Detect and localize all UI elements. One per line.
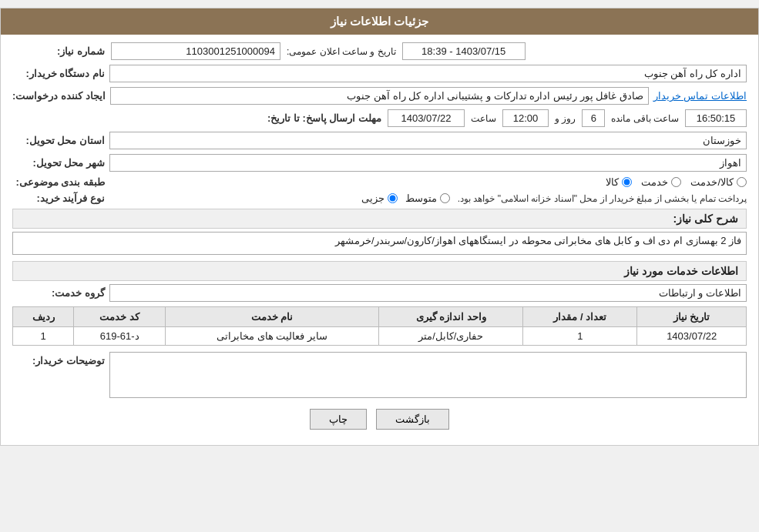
creator-link[interactable]: اطلاعات تماس خریدار [653, 90, 747, 102]
buyer-notes-label: توضیحات خریدار: [12, 352, 105, 366]
cell-service-code: د-61-619 [74, 327, 165, 346]
process-partial-item[interactable]: جزیی [361, 192, 398, 204]
back-button[interactable]: بازگشت [376, 409, 449, 430]
process-note: پرداخت تمام یا بخشی از مبلغ خریدار از مح… [458, 193, 747, 204]
page-title: جزئیات اطلاعات نیاز [331, 15, 428, 28]
content-area: 1403/07/15 - 18:39 تاریخ و ساعت اعلان عم… [1, 35, 758, 445]
buyer-station-value: اداره کل راه آهن جنوب [109, 65, 747, 82]
province-value: خوزستان [109, 132, 747, 149]
service-group-value: اطلاعات و ارتباطات [109, 284, 747, 302]
services-section-title: اطلاعات خدمات مورد نیاز [624, 265, 738, 277]
category-service-radio[interactable] [671, 177, 681, 187]
col-quantity: تعداد / مقدار [523, 307, 637, 327]
province-row: خوزستان استان محل تحویل: [12, 132, 747, 149]
deadline-days: 6 [582, 109, 605, 127]
deadline-label: مهلت ارسال پاسخ: تا تاریخ: [266, 112, 381, 124]
col-service-code: کد خدمت [74, 307, 165, 327]
category-goods-service-label: کالا/خدمت [690, 176, 734, 188]
deadline-remaining: 16:50:15 [685, 109, 747, 127]
province-label: استان محل تحویل: [12, 135, 105, 146]
category-goods-radio[interactable] [622, 177, 632, 187]
category-goods-service-item[interactable]: کالا/خدمت [690, 176, 747, 188]
buyer-station-row: اداره کل راه آهن جنوب نام دستگاه خریدار: [12, 65, 747, 82]
deadline-date: 1403/07/22 [388, 109, 465, 127]
process-medium-radio[interactable] [440, 193, 450, 203]
process-group: پرداخت تمام یا بخشی از مبلغ خریدار از مح… [109, 192, 747, 204]
print-button[interactable]: چاپ [310, 409, 367, 430]
city-row: اهواز شهر محل تحویل: [12, 154, 747, 172]
cell-row-num: 1 [13, 327, 74, 346]
process-partial-radio[interactable] [388, 193, 398, 203]
process-medium-item[interactable]: متوسط [405, 192, 450, 204]
service-table: تاریخ نیاز تعداد / مقدار واحد اندازه گیر… [12, 306, 747, 346]
service-group-label: گروه خدمت: [12, 287, 105, 299]
deadline-row: 16:50:15 ساعت باقی مانده 6 روز و 12:00 س… [12, 109, 747, 127]
category-label: طبقه بندی موضوعی: [12, 176, 105, 188]
deadline-time-label: ساعت [471, 113, 496, 124]
process-label: نوع فرآیند خرید: [12, 192, 105, 204]
category-service-item[interactable]: خدمت [641, 176, 681, 188]
services-section-header: اطلاعات خدمات مورد نیاز [12, 261, 747, 281]
announce-row: 1403/07/15 - 18:39 تاریخ و ساعت اعلان عم… [12, 42, 747, 60]
creator-value: صادق غافل پور رئیس اداره تدارکات و پشتیب… [110, 87, 649, 105]
col-service-name: نام خدمت [165, 307, 379, 327]
category-goods-item[interactable]: کالا [606, 176, 632, 188]
cell-service-name: سایر فعالیت های مخابراتی [165, 327, 379, 346]
city-value: اهواز [109, 154, 747, 172]
col-row-num: ردیف [13, 307, 74, 327]
category-radio-group: کالا/خدمت خدمت کالا [109, 176, 747, 188]
col-date: تاریخ نیاز [637, 307, 747, 327]
table-row: 1403/07/22 1 حفاری/کابل/متر سایر فعالیت … [13, 327, 747, 346]
city-label: شهر محل تحویل: [12, 157, 105, 169]
page-container: جزئیات اطلاعات نیاز 1403/07/15 - 18:39 ت… [0, 8, 759, 446]
cell-unit: حفاری/کابل/متر [379, 327, 523, 346]
announce-label: تاریخ و ساعت اعلان عمومی: [287, 46, 396, 57]
announce-value: 1403/07/15 - 18:39 [402, 42, 526, 60]
deadline-days-label: روز و [555, 113, 576, 124]
process-medium-label: متوسط [405, 192, 437, 204]
process-row: پرداخت تمام یا بخشی از مبلغ خریدار از مح… [12, 192, 747, 204]
cell-date: 1403/07/22 [637, 327, 747, 346]
category-row: کالا/خدمت خدمت کالا طبقه بندی موضوعی: [12, 176, 747, 188]
buyer-notes-textarea[interactable] [109, 352, 747, 398]
need-description-label: شرح کلی نیاز: [673, 212, 738, 225]
buyer-station-label: نام دستگاه خریدار: [12, 68, 105, 79]
category-service-label: خدمت [641, 176, 668, 188]
deadline-time: 12:00 [502, 109, 549, 127]
need-number-label: شماره نیاز: [12, 45, 105, 57]
service-group-row: اطلاعات و ارتباطات گروه خدمت: [12, 284, 747, 302]
creator-label: ایجاد کننده درخواست: [12, 90, 106, 102]
need-description-section: شرح کلی نیاز: فاز 2 بهسازی ام دی اف و کا… [12, 209, 747, 255]
col-unit: واحد اندازه گیری [379, 307, 523, 327]
need-description-value: فاز 2 بهسازی ام دی اف و کابل های مخابرات… [12, 232, 747, 255]
buyer-notes-row: توضیحات خریدار: [12, 352, 747, 398]
buttons-row: بازگشت چاپ [12, 409, 747, 430]
page-header: جزئیات اطلاعات نیاز [1, 8, 758, 35]
category-goods-label: کالا [606, 176, 619, 188]
deadline-remaining-label: ساعت باقی مانده [611, 113, 679, 124]
process-partial-label: جزیی [361, 192, 385, 204]
cell-quantity: 1 [523, 327, 637, 346]
category-goods-service-radio[interactable] [737, 177, 747, 187]
creator-row: اطلاعات تماس خریدار صادق غافل پور رئیس ا… [12, 87, 747, 105]
need-number-value: 1103001251000094 [111, 42, 280, 60]
